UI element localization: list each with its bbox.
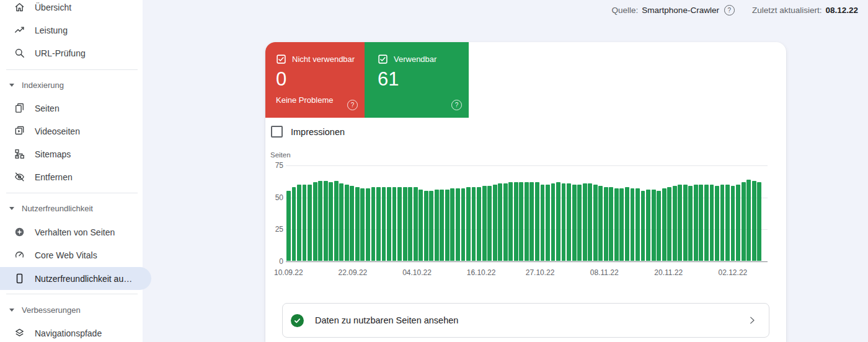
bar[interactable] <box>746 180 751 261</box>
bar[interactable] <box>546 185 550 261</box>
bar[interactable] <box>461 188 466 261</box>
sidebar-item-verhalten-von-seiten[interactable]: Verhalten von Seiten <box>0 221 151 243</box>
bar[interactable] <box>472 187 476 261</box>
bar[interactable] <box>414 187 418 261</box>
bar[interactable] <box>371 187 376 261</box>
bar[interactable] <box>408 187 412 261</box>
bar[interactable] <box>652 190 656 261</box>
bar[interactable] <box>339 183 343 261</box>
bar[interactable] <box>424 191 428 261</box>
bar[interactable] <box>403 187 407 261</box>
bar[interactable] <box>334 181 339 261</box>
usable-box[interactable]: Verwendbar 61 ? <box>365 42 469 118</box>
sidebar-section-verbesserungen[interactable]: Verbesserungen <box>0 299 143 322</box>
sidebar-item-nutzerfreundlichkeit-auf-mobilgeraeten[interactable]: Nutzerfreundlichkeit au… <box>0 267 151 290</box>
bar[interactable] <box>456 188 460 261</box>
bar[interactable] <box>508 182 513 261</box>
sidebar-item-entfernen[interactable]: Entfernen <box>0 165 151 188</box>
bar[interactable] <box>742 182 746 261</box>
bar[interactable] <box>477 187 481 261</box>
bar[interactable] <box>556 182 560 261</box>
bar[interactable] <box>646 190 650 261</box>
bar[interactable] <box>688 186 693 261</box>
bar[interactable] <box>662 188 666 261</box>
bar[interactable] <box>308 185 312 261</box>
bar[interactable] <box>710 185 714 261</box>
bar[interactable] <box>736 185 740 261</box>
bar[interactable] <box>324 181 328 261</box>
sidebar-item-uebersicht[interactable]: Übersicht <box>0 0 151 19</box>
help-icon[interactable]: ? <box>724 5 735 15</box>
unchecked-checkbox-icon[interactable] <box>271 126 283 138</box>
bar[interactable] <box>392 187 397 261</box>
bar[interactable] <box>678 185 682 261</box>
sidebar-item-leistung[interactable]: Leistung <box>0 19 151 42</box>
sidebar-item-sitemaps[interactable]: Sitemaps <box>0 142 151 165</box>
bar[interactable] <box>418 190 423 261</box>
not-usable-box[interactable]: Nicht verwendbar 0 Keine Probleme ? <box>265 42 365 118</box>
bar[interactable] <box>487 186 492 261</box>
bar[interactable] <box>641 191 645 261</box>
sidebar-item-seiten[interactable]: Seiten <box>0 97 151 120</box>
sidebar-item-url-pruefung[interactable]: URL-Prüfung <box>0 42 151 64</box>
bar[interactable] <box>593 185 598 261</box>
bar-series-verwendbar[interactable] <box>286 165 761 261</box>
bar[interactable] <box>519 182 523 261</box>
bar[interactable] <box>297 185 301 261</box>
bar[interactable] <box>725 185 730 261</box>
bar[interactable] <box>625 187 629 261</box>
bar[interactable] <box>598 186 603 261</box>
bar[interactable] <box>514 182 518 261</box>
bar[interactable] <box>631 188 635 261</box>
bar[interactable] <box>699 185 703 261</box>
sidebar-section-nutzerfreundlichkeit[interactable]: Nutzerfreundlichkeit <box>0 197 143 220</box>
sidebar-item-core-web-vitals[interactable]: Core Web Vitals <box>0 243 151 266</box>
bar[interactable] <box>503 183 508 261</box>
bar[interactable] <box>498 183 502 261</box>
bar[interactable] <box>694 185 698 261</box>
bar[interactable] <box>366 188 370 261</box>
bar[interactable] <box>350 186 354 261</box>
bar[interactable] <box>355 187 360 261</box>
bar[interactable] <box>562 183 566 261</box>
bar[interactable] <box>435 190 439 261</box>
bar[interactable] <box>535 182 539 261</box>
bar[interactable] <box>529 182 534 261</box>
bar[interactable] <box>397 187 402 261</box>
bar[interactable] <box>445 190 450 261</box>
bar[interactable] <box>382 187 386 261</box>
bar[interactable] <box>683 185 688 261</box>
bar[interactable] <box>604 187 608 261</box>
bar[interactable] <box>493 185 497 261</box>
bar[interactable] <box>313 182 317 261</box>
bar[interactable] <box>525 182 529 261</box>
bar[interactable] <box>440 190 444 261</box>
sidebar-item-videoseiten[interactable]: Videoseiten <box>0 120 151 142</box>
impressions-toggle[interactable]: Impressionen <box>271 126 345 138</box>
view-usable-pages-row[interactable]: Daten zu nutzbaren Seiten ansehen <box>282 303 769 338</box>
bar[interactable] <box>583 183 587 261</box>
bar[interactable] <box>619 188 624 261</box>
bar[interactable] <box>303 185 307 261</box>
bar[interactable] <box>387 187 391 261</box>
bar[interactable] <box>376 187 381 261</box>
bar[interactable] <box>286 191 291 261</box>
bar[interactable] <box>360 188 365 261</box>
bar[interactable] <box>715 186 719 261</box>
sidebar-section-indexierung[interactable]: Indexierung <box>0 74 143 97</box>
bar[interactable] <box>429 191 433 261</box>
bar[interactable] <box>731 186 735 261</box>
bar[interactable] <box>466 187 471 261</box>
sidebar-item-navigationspfade[interactable]: Navigationspfade <box>0 322 151 342</box>
bar[interactable] <box>757 182 761 261</box>
bar[interactable] <box>482 186 487 261</box>
bar[interactable] <box>329 182 333 261</box>
bar[interactable] <box>704 185 709 261</box>
bar[interactable] <box>609 187 613 261</box>
help-icon[interactable]: ? <box>451 100 462 110</box>
bar[interactable] <box>588 183 592 261</box>
bar[interactable] <box>614 188 619 261</box>
bar[interactable] <box>345 185 349 261</box>
bar[interactable] <box>752 181 756 261</box>
bar[interactable] <box>636 188 640 261</box>
